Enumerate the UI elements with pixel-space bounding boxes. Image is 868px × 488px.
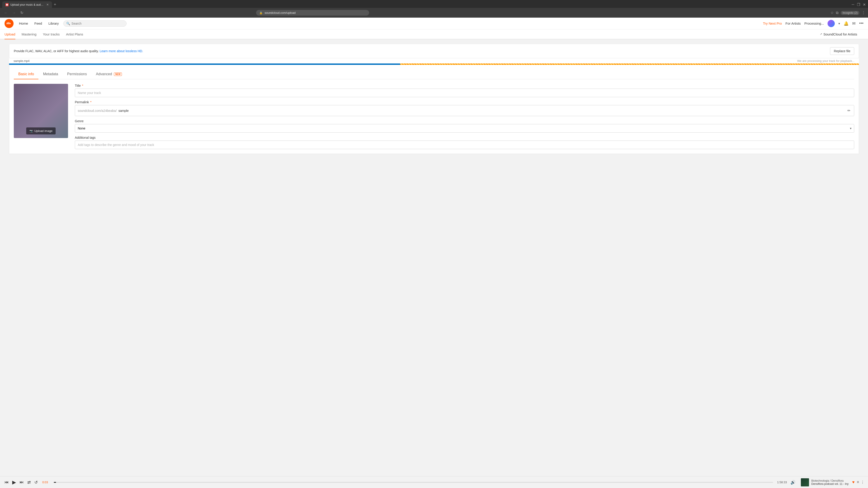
additional-tags-input[interactable] xyxy=(75,140,854,149)
upload-form-card: Basic info Metadata Permissions Advanced… xyxy=(9,65,859,154)
upload-progress-bar xyxy=(9,64,859,65)
tab-favicon xyxy=(5,3,8,6)
header-actions: Try Next Pro For Artists Processing... ▾… xyxy=(763,20,864,27)
reload-btn[interactable]: ↻ xyxy=(19,10,25,16)
for-artists-link[interactable]: For Artists xyxy=(785,22,801,25)
external-link-icon: ↗ xyxy=(820,33,822,36)
file-info-bar: Provide FLAC, WAV, ALAC, or AIFF for hig… xyxy=(9,44,859,58)
permalink-value: sample xyxy=(119,109,129,112)
chevron-down-icon[interactable]: ▾ xyxy=(838,22,840,25)
user-avatar[interactable] xyxy=(828,20,835,27)
svg-rect-2 xyxy=(7,22,8,24)
genre-select[interactable]: None Alternative Rock Ambient Electronic… xyxy=(75,124,854,133)
messages-icon[interactable]: ✉ xyxy=(852,21,856,26)
form-body: 📷 Upload image Title * Permalin xyxy=(14,84,854,149)
app-header: Home Feed Library 🔍 Try Next Pro For Art… xyxy=(0,18,868,29)
image-upload-area[interactable]: 📷 Upload image xyxy=(14,84,68,138)
soundcloud-for-artists-btn[interactable]: SoundCloud for Artists xyxy=(824,30,857,39)
tab-metadata[interactable]: Metadata xyxy=(38,69,63,79)
file-name-row: sample.mp4 We are processing your track … xyxy=(9,58,859,64)
nav-home[interactable]: Home xyxy=(19,22,28,25)
title-field-group: Title * xyxy=(75,84,854,97)
active-tab[interactable]: Upload your music & audio an... ✕ xyxy=(2,1,52,8)
more-icon[interactable]: ⋮ xyxy=(862,11,865,15)
lock-icon: 🔒 xyxy=(259,11,263,14)
try-next-pro-link[interactable]: Try Next Pro xyxy=(763,22,782,25)
file-info-message: Provide FLAC, WAV, ALAC, or AIFF for hig… xyxy=(14,49,143,53)
browser-toolbar: ← → ↻ 🔒 ☆ ⧉ Incognito (2) ⋮ xyxy=(0,8,868,18)
genre-select-wrapper: None Alternative Rock Ambient Electronic… xyxy=(75,124,854,133)
new-badge: NEW xyxy=(114,72,122,76)
svg-rect-4 xyxy=(8,22,9,24)
forward-btn[interactable]: → xyxy=(11,10,17,16)
tab-basic-info[interactable]: Basic info xyxy=(14,69,38,79)
browser-tab-bar: Upload your music & audio an... ✕ + ─ ❐ … xyxy=(0,0,868,8)
permalink-required: * xyxy=(90,100,91,104)
progress-container: sample.mp4 We are processing your track … xyxy=(9,58,859,65)
split-view-icon[interactable]: ⧉ xyxy=(836,11,838,15)
svg-rect-6 xyxy=(10,23,10,24)
progress-blue-fill xyxy=(9,64,400,65)
toolbar-right-icons: ☆ ⧉ Incognito (2) ⋮ xyxy=(831,11,865,15)
title-label: Title * xyxy=(75,84,854,88)
subnav-artist-plans[interactable]: Artist Plans xyxy=(66,30,83,39)
permalink-prefix: soundcloud.com/a24beaba/ xyxy=(78,109,117,112)
notifications-icon[interactable]: 🔔 xyxy=(844,21,848,26)
upload-image-btn[interactable]: 📷 Upload image xyxy=(26,127,56,134)
main-content: Provide FLAC, WAV, ALAC, or AIFF for hig… xyxy=(0,39,868,158)
title-required: * xyxy=(82,84,83,88)
progress-orange-fill xyxy=(400,64,859,65)
minimize-btn[interactable]: ─ xyxy=(852,2,854,7)
form-tabs: Basic info Metadata Permissions Advanced… xyxy=(14,69,854,79)
tab-title: Upload your music & audio an... xyxy=(10,3,43,6)
nav-feed[interactable]: Feed xyxy=(34,22,42,25)
permalink-field-group: Permalink * soundcloud.com/a24beaba/ sam… xyxy=(75,100,854,116)
restore-btn[interactable]: ❐ xyxy=(857,2,860,7)
nav-library[interactable]: Library xyxy=(49,22,59,25)
additional-tags-field-group: Additional tags xyxy=(75,136,854,149)
bookmark-icon[interactable]: ☆ xyxy=(831,11,834,15)
permalink-container: soundcloud.com/a24beaba/ sample ✏ xyxy=(75,105,854,116)
permalink-display: soundcloud.com/a24beaba/ sample xyxy=(78,109,129,112)
tab-permissions[interactable]: Permissions xyxy=(63,69,91,79)
file-name-label: sample.mp4 xyxy=(13,59,30,63)
tab-close-btn[interactable]: ✕ xyxy=(46,3,49,6)
search-bar[interactable]: 🔍 xyxy=(63,20,127,27)
url-input[interactable] xyxy=(265,11,366,14)
tab-advanced[interactable]: Advanced NEW xyxy=(91,69,126,79)
form-fields: Title * Permalink * soundcloud.com/a24be… xyxy=(75,84,854,149)
camera-icon: 📷 xyxy=(29,129,33,133)
main-nav: Home Feed Library xyxy=(19,22,59,25)
genre-label: Genre xyxy=(75,119,854,123)
replace-file-btn[interactable]: Replace file xyxy=(830,47,854,55)
svg-rect-3 xyxy=(8,22,8,24)
learn-more-link[interactable]: Learn more about lossless HD. xyxy=(100,49,143,53)
sub-nav: Upload Mastering Your tracks Artist Plan… xyxy=(0,29,868,39)
svg-rect-7 xyxy=(10,23,11,24)
address-bar[interactable]: 🔒 xyxy=(256,10,369,15)
svg-rect-1 xyxy=(6,23,7,24)
genre-field-group: Genre None Alternative Rock Ambient Elec… xyxy=(75,119,854,133)
processing-status-msg: We are processing your track for playbac… xyxy=(797,59,855,63)
back-btn[interactable]: ← xyxy=(3,10,9,16)
close-btn[interactable]: ✕ xyxy=(863,2,866,7)
subnav-upload[interactable]: Upload xyxy=(4,30,16,39)
incognito-badge: Incognito (2) xyxy=(841,11,860,15)
soundcloud-logo[interactable] xyxy=(4,19,13,28)
title-input[interactable] xyxy=(75,89,854,97)
svg-rect-5 xyxy=(9,22,9,24)
search-icon: 🔍 xyxy=(66,22,70,25)
more-options-icon[interactable]: ••• xyxy=(859,21,864,26)
soundcloud-for-artists-link: ↗ SoundCloud for Artists xyxy=(820,30,864,39)
new-tab-btn[interactable]: + xyxy=(52,1,58,8)
search-input[interactable] xyxy=(71,22,124,25)
subnav-mastering[interactable]: Mastering xyxy=(22,30,37,39)
svg-point-0 xyxy=(6,4,8,6)
subnav-your-tracks[interactable]: Your tracks xyxy=(43,30,59,39)
permalink-label: Permalink * xyxy=(75,100,854,104)
window-controls: ─ ❐ ✕ xyxy=(852,2,866,7)
processing-btn[interactable]: Processing... xyxy=(804,22,824,25)
additional-tags-label: Additional tags xyxy=(75,136,854,139)
permalink-edit-btn[interactable]: ✏ xyxy=(846,107,851,113)
